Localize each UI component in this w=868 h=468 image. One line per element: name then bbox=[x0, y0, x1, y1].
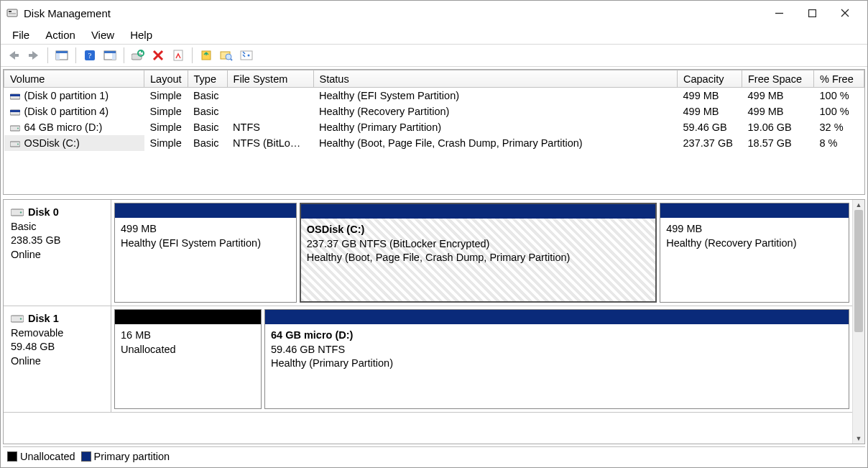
cell-type: Basic bbox=[188, 104, 227, 119]
disk-size: 59.48 GB bbox=[11, 340, 103, 354]
cell-status: Healthy (Boot, Page File, Crash Dump, Pr… bbox=[313, 135, 677, 151]
table-row[interactable]: 64 GB micro (D:)SimpleBasicNTFSHealthy (… bbox=[4, 119, 864, 135]
menu-view[interactable]: View bbox=[84, 27, 121, 42]
cell-free: 18.57 GB bbox=[742, 135, 814, 151]
disk-icon bbox=[11, 313, 24, 321]
forward-button[interactable] bbox=[25, 47, 42, 64]
col-freespace[interactable]: Free Space bbox=[742, 70, 814, 88]
svg-point-33 bbox=[17, 127, 19, 129]
col-status[interactable]: Status bbox=[313, 70, 677, 88]
volume-name: 64 GB micro (D:) bbox=[24, 121, 103, 133]
partition-body: 64 GB micro (D:)59.46 GB NTFSHealthy (Pr… bbox=[265, 324, 849, 408]
back-button[interactable] bbox=[5, 47, 22, 64]
svg-rect-15 bbox=[104, 51, 116, 53]
cell-fs bbox=[227, 104, 313, 119]
partition-cap-primary bbox=[115, 203, 296, 218]
svg-point-37 bbox=[20, 211, 22, 213]
svg-rect-4 bbox=[808, 9, 816, 17]
partition-cap-unallocated bbox=[115, 310, 261, 324]
col-layout[interactable]: Layout bbox=[144, 70, 188, 88]
cell-status: Healthy (EFI System Partition) bbox=[313, 88, 677, 104]
svg-rect-16 bbox=[112, 53, 116, 60]
svg-rect-21 bbox=[174, 50, 183, 60]
legend-swatch-primary bbox=[81, 451, 91, 462]
disk-kind: Removable bbox=[11, 326, 103, 341]
disk-info[interactable]: Disk 1Removable59.48 GBOnline bbox=[4, 306, 111, 412]
svg-line-25 bbox=[231, 59, 232, 60]
disk-name: Disk 0 bbox=[28, 206, 59, 218]
menu-help[interactable]: Help bbox=[123, 27, 160, 42]
partition-size: 499 MB bbox=[121, 222, 290, 237]
cell-fs: NTFS (BitLo… bbox=[227, 135, 313, 151]
settings-icon[interactable] bbox=[238, 47, 255, 64]
partition-strip: 16 MBUnallocated64 GB micro (D:)59.46 GB… bbox=[111, 306, 852, 412]
minimize-button[interactable] bbox=[762, 2, 795, 24]
svg-rect-1 bbox=[9, 11, 11, 12]
partition-body: 16 MBUnallocated bbox=[115, 324, 261, 408]
menu-action[interactable]: Action bbox=[38, 27, 83, 42]
partition-title: 64 GB micro (D:) bbox=[271, 329, 843, 343]
menu-file[interactable]: File bbox=[5, 27, 37, 42]
cell-type: Basic bbox=[188, 88, 227, 104]
col-filesystem[interactable]: File System bbox=[227, 70, 313, 88]
partition-body: OSDisk (C:)237.37 GB NTFS (BitLocker Enc… bbox=[301, 219, 655, 301]
partition[interactable]: 499 MBHealthy (Recovery Partition) bbox=[660, 203, 849, 303]
delete-icon[interactable] bbox=[149, 47, 167, 64]
cell-capacity: 499 MB bbox=[678, 104, 742, 119]
cell-free: 499 MB bbox=[742, 104, 814, 119]
volume-icon bbox=[10, 138, 20, 145]
partition-status: Healthy (Boot, Page File, Crash Dump, Pr… bbox=[307, 251, 650, 265]
properties-icon[interactable] bbox=[170, 47, 187, 64]
new-volume-icon[interactable] bbox=[198, 47, 215, 64]
volume-name: OSDisk (C:) bbox=[24, 137, 80, 149]
show-hide-tree-button[interactable] bbox=[53, 47, 70, 64]
disk-info[interactable]: Disk 0Basic238.35 GBOnline bbox=[4, 200, 111, 306]
disk-icon bbox=[11, 206, 24, 215]
table-row[interactable]: (Disk 0 partition 4)SimpleBasicHealthy (… bbox=[4, 104, 864, 119]
scrollbar-thumb[interactable] bbox=[854, 210, 863, 332]
disk-row: Disk 0Basic238.35 GBOnline499 MBHealthy … bbox=[4, 200, 852, 306]
col-volume[interactable]: Volume bbox=[4, 70, 144, 88]
cell-free: 499 MB bbox=[742, 88, 814, 104]
maximize-button[interactable] bbox=[795, 2, 828, 24]
partition-strip: 499 MBHealthy (EFI System Partition)OSDi… bbox=[111, 200, 852, 306]
col-capacity[interactable]: Capacity bbox=[678, 70, 742, 88]
refresh-icon[interactable] bbox=[129, 47, 147, 64]
cell-free: 19.06 GB bbox=[742, 119, 814, 135]
partition-status: Healthy (Recovery Partition) bbox=[666, 237, 843, 251]
svg-rect-31 bbox=[10, 110, 20, 112]
partition[interactable]: OSDisk (C:)237.37 GB NTFS (BitLocker Enc… bbox=[300, 203, 657, 303]
disk-kind: Basic bbox=[11, 220, 103, 234]
table-row[interactable]: OSDisk (C:)SimpleBasicNTFS (BitLo…Health… bbox=[4, 135, 864, 151]
partition[interactable]: 499 MBHealthy (EFI System Partition) bbox=[114, 203, 297, 303]
col-type[interactable]: Type bbox=[188, 70, 227, 88]
volume-icon bbox=[10, 91, 20, 98]
vertical-scrollbar[interactable]: ▲ ▼ bbox=[852, 200, 864, 444]
table-row[interactable]: (Disk 0 partition 1)SimpleBasicHealthy (… bbox=[4, 88, 864, 104]
cell-pct: 8 % bbox=[814, 135, 864, 151]
cell-layout: Simple bbox=[144, 104, 188, 119]
cell-capacity: 237.37 GB bbox=[678, 135, 742, 151]
legend-swatch-unallocated bbox=[7, 451, 17, 462]
svg-rect-7 bbox=[15, 54, 19, 57]
explore-icon[interactable] bbox=[218, 47, 235, 64]
partition-body: 499 MBHealthy (EFI System Partition) bbox=[115, 218, 296, 302]
svg-rect-11 bbox=[56, 53, 60, 60]
partition-cap-primary bbox=[265, 310, 849, 324]
cell-status: Healthy (Primary Partition) bbox=[313, 119, 677, 135]
svg-text:?: ? bbox=[88, 51, 92, 60]
help-button[interactable]: ? bbox=[81, 47, 98, 64]
partition-size: 237.37 GB NTFS (BitLocker Encrypted) bbox=[307, 237, 650, 252]
window-title: Disk Management bbox=[24, 7, 111, 19]
disk-row: Disk 1Removable59.48 GBOnline16 MBUnallo… bbox=[4, 306, 852, 413]
legend-bar: Unallocated Primary partition bbox=[3, 446, 865, 465]
show-hide-actions-button[interactable] bbox=[101, 47, 119, 64]
partition-status: Healthy (Primary Partition) bbox=[271, 357, 843, 371]
partition[interactable]: 16 MBUnallocated bbox=[114, 309, 262, 409]
partition[interactable]: 64 GB micro (D:)59.46 GB NTFSHealthy (Pr… bbox=[264, 309, 849, 409]
col-pctfree[interactable]: % Free bbox=[814, 70, 864, 88]
volume-name: (Disk 0 partition 1) bbox=[24, 90, 109, 101]
close-button[interactable] bbox=[828, 2, 862, 24]
volume-icon bbox=[10, 106, 20, 114]
volume-table[interactable]: Volume Layout Type File System Status Ca… bbox=[4, 70, 864, 151]
